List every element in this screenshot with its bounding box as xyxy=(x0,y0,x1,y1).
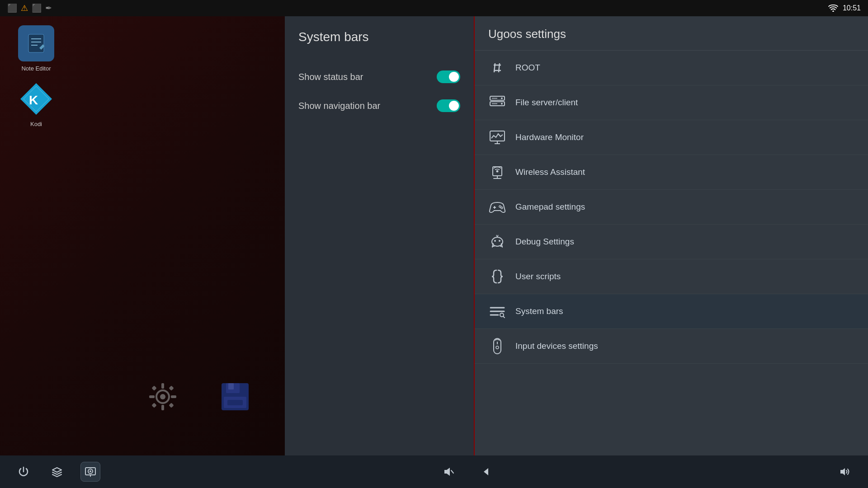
svg-marker-61 xyxy=(444,468,450,476)
show-status-bar-row: Show status bar xyxy=(298,62,460,91)
svg-rect-11 xyxy=(161,383,164,389)
svg-point-10 xyxy=(160,394,165,399)
user-scripts-label: User scripts xyxy=(515,272,561,282)
ugoos-settings-panel: Ugoos settings ROOT File server/clien xyxy=(475,16,868,455)
show-navigation-bar-row: Show navigation bar xyxy=(298,91,460,120)
svg-line-52 xyxy=(503,316,505,318)
back-button[interactable] xyxy=(476,462,496,482)
svg-point-44 xyxy=(501,207,503,209)
hash-icon xyxy=(488,59,506,77)
gamepad-settings-label: Gamepad settings xyxy=(515,202,585,212)
desktop: Note Editor K Kodi xyxy=(0,16,285,455)
android-icon xyxy=(488,233,506,251)
remote-icon xyxy=(488,337,506,355)
taskbar-center xyxy=(439,462,496,482)
gamepad-icon xyxy=(488,198,506,216)
hardware-monitor-label: Hardware Monitor xyxy=(515,132,584,142)
svg-point-30 xyxy=(501,98,503,99)
save-desktop-icon xyxy=(217,379,253,415)
app-icon-3: ⬛ xyxy=(32,3,42,13)
system-bars-icon xyxy=(488,302,506,320)
svg-rect-21 xyxy=(228,383,234,389)
wireless-assistant-label: Wireless Assistant xyxy=(515,167,585,177)
svg-text:K: K xyxy=(29,93,38,107)
taskbar xyxy=(0,455,868,488)
app-icon-2: ⚠ xyxy=(21,3,28,13)
settings-item-input-devices[interactable]: Input devices settings xyxy=(475,329,868,364)
app-icon-1: ⬛ xyxy=(7,3,17,13)
settings-item-file-server[interactable]: File server/client xyxy=(475,85,868,120)
layers-button[interactable] xyxy=(47,462,67,482)
svg-rect-16 xyxy=(169,385,174,390)
app-icon-4: ✒ xyxy=(45,3,52,13)
show-navigation-bar-label: Show navigation bar xyxy=(298,101,380,111)
volume-right-button[interactable] xyxy=(835,462,854,482)
show-status-bar-toggle[interactable] xyxy=(437,70,460,83)
svg-rect-23 xyxy=(227,400,243,405)
settings-item-debug[interactable]: Debug Settings xyxy=(475,225,868,259)
svg-rect-12 xyxy=(161,405,164,410)
svg-point-47 xyxy=(499,240,500,242)
svg-rect-17 xyxy=(151,403,156,408)
svg-rect-15 xyxy=(151,385,156,390)
show-navigation-bar-toggle[interactable] xyxy=(437,99,460,112)
power-button[interactable] xyxy=(14,462,33,482)
status-bar: ⬛ ⚠ ⬛ ✒ 10:51 xyxy=(0,0,868,16)
wireless-icon xyxy=(488,163,506,181)
app-kodi[interactable]: K Kodi xyxy=(14,81,59,127)
root-label: ROOT xyxy=(515,63,540,73)
settings-item-wireless-assistant[interactable]: Wireless Assistant xyxy=(475,155,868,190)
clock: 10:51 xyxy=(843,4,861,12)
monitor-icon xyxy=(488,128,506,146)
taskbar-left xyxy=(14,462,100,482)
svg-point-45 xyxy=(492,237,503,246)
wifi-icon xyxy=(828,4,838,13)
svg-point-31 xyxy=(501,103,503,105)
input-devices-label: Input devices settings xyxy=(515,341,598,351)
braces-icon xyxy=(488,267,506,286)
gear-desktop-icon xyxy=(145,379,181,415)
settings-item-root[interactable]: ROOT xyxy=(475,51,868,85)
show-status-bar-label: Show status bar xyxy=(298,72,363,82)
svg-point-58 xyxy=(90,470,91,472)
kodi-label: Kodi xyxy=(30,121,42,127)
settings-item-system-bars[interactable]: System bars xyxy=(475,294,868,329)
taskbar-right xyxy=(835,462,854,482)
svg-rect-14 xyxy=(171,395,176,398)
note-editor-icon-img xyxy=(18,25,54,61)
server-icon xyxy=(488,94,506,112)
settings-item-hardware-monitor[interactable]: Hardware Monitor xyxy=(475,120,868,155)
settings-item-user-scripts[interactable]: User scripts xyxy=(475,259,868,294)
app-note-editor[interactable]: Note Editor xyxy=(14,25,59,72)
system-bars-label: System bars xyxy=(515,306,563,316)
kodi-icon-img: K xyxy=(18,81,54,117)
svg-rect-13 xyxy=(149,395,155,398)
svg-point-0 xyxy=(832,10,834,12)
svg-line-62 xyxy=(451,470,453,473)
screencast-button[interactable] xyxy=(80,462,100,482)
system-bars-title: System bars xyxy=(298,30,460,49)
volume-left-button[interactable] xyxy=(439,462,458,482)
svg-point-40 xyxy=(496,170,499,173)
svg-rect-18 xyxy=(169,403,174,408)
svg-rect-1 xyxy=(28,34,44,52)
svg-point-55 xyxy=(496,346,499,349)
desktop-bottom-icons xyxy=(145,379,253,415)
status-bar-left: ⬛ ⚠ ⬛ ✒ xyxy=(7,3,52,13)
ugoos-settings-title: Ugoos settings xyxy=(475,16,868,51)
file-server-label: File server/client xyxy=(515,98,578,108)
note-editor-label: Note Editor xyxy=(21,65,51,72)
svg-marker-63 xyxy=(484,468,488,475)
svg-point-43 xyxy=(499,206,501,207)
svg-point-46 xyxy=(494,240,496,242)
settings-item-gamepad[interactable]: Gamepad settings xyxy=(475,190,868,225)
system-bars-panel: System bars Show status bar Show navigat… xyxy=(285,16,475,455)
debug-settings-label: Debug Settings xyxy=(515,237,574,247)
status-bar-right: 10:51 xyxy=(828,4,861,13)
svg-marker-64 xyxy=(840,468,845,475)
